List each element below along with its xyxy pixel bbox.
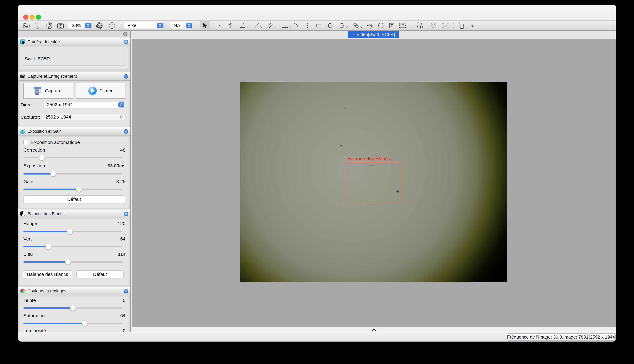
green-slider[interactable] (24, 246, 122, 247)
parallel-lines-icon (266, 22, 276, 29)
slider-thumb[interactable] (46, 244, 51, 249)
burst-capture-button[interactable] (46, 22, 52, 29)
perpendicular-tool-button[interactable] (282, 22, 291, 29)
svg-text:CSV: CSV (443, 24, 448, 27)
collapse-panel-button[interactable] (124, 129, 128, 134)
close-tab-icon[interactable]: × (352, 32, 354, 37)
line-tool-button[interactable] (254, 22, 262, 29)
slider-thumb[interactable] (67, 229, 73, 234)
white-balance-button[interactable]: Balance des Blancs (23, 270, 72, 278)
duplicate-button[interactable] (458, 22, 465, 29)
collapse-panel-button[interactable] (124, 74, 128, 78)
slider-thumb[interactable] (65, 259, 71, 265)
double-chevron-up-icon (124, 40, 128, 44)
button-label: Défaut (93, 272, 107, 277)
live-resolution-select[interactable]: 2592 x 1944 (43, 101, 125, 108)
circle-tool-button[interactable] (327, 22, 334, 29)
button-label: Défaut (67, 197, 81, 202)
layers-button[interactable] (430, 22, 437, 29)
chevron-up-icon (371, 328, 377, 332)
white-balance-default-button[interactable]: Défaut (76, 270, 124, 278)
angle-tool-button[interactable] (239, 22, 248, 29)
info-icon: i (108, 22, 116, 29)
csv-export-button[interactable]: CSV (441, 22, 450, 29)
roi-resize-handle[interactable] (368, 160, 374, 166)
curve-tool-button[interactable] (304, 22, 310, 29)
slider-thumb[interactable] (76, 186, 82, 192)
ellipse-tool-button[interactable] (339, 22, 348, 29)
roi-resize-handle[interactable] (368, 200, 374, 206)
roi-resize-handle[interactable] (344, 199, 350, 205)
slider-thumb[interactable] (70, 305, 76, 311)
point-tool-button[interactable] (218, 22, 221, 29)
auto-exposure-checkbox[interactable] (24, 140, 29, 145)
save-button[interactable] (34, 22, 41, 29)
layers-icon (430, 22, 437, 29)
panel-header-colors[interactable]: Couleurs et réglages (18, 287, 130, 296)
csv-export-icon: CSV (441, 22, 450, 29)
minimize-window-button[interactable] (30, 14, 35, 20)
blue-slider[interactable] (24, 262, 122, 263)
collapse-sidebar-button[interactable] (123, 32, 128, 36)
exposure-default-button[interactable]: Défaut (24, 196, 125, 203)
record-button[interactable]: Filmer (76, 83, 125, 99)
concentric-circles-tool-button[interactable] (367, 22, 374, 29)
button-label: Balance des Blancs (27, 272, 68, 277)
exposure-slider[interactable] (24, 173, 122, 174)
gain-slider[interactable] (24, 188, 122, 190)
dust-speck (344, 108, 346, 109)
bottom-panel-toggle[interactable] (132, 327, 616, 332)
timed-capture-button[interactable] (57, 22, 64, 29)
settings-button[interactable] (96, 22, 103, 29)
info-button[interactable]: i (108, 22, 116, 29)
collapse-panel-button[interactable] (124, 212, 128, 216)
zoom-level-select[interactable]: 33% (68, 22, 92, 29)
snapshot-button[interactable]: Capturer (24, 83, 73, 99)
camera-live-view[interactable]: Balance des Blancs (240, 82, 507, 282)
collapse-panel-button[interactable] (124, 289, 128, 293)
save-icon (34, 22, 41, 29)
zoom-window-button[interactable] (36, 14, 41, 20)
correction-slider[interactable] (24, 157, 122, 158)
na-select[interactable]: NA (170, 22, 193, 29)
unit-select[interactable]: Pixel (124, 22, 164, 29)
slider-fill (24, 308, 73, 309)
export-button[interactable] (469, 22, 476, 29)
double-chevron-up-icon (124, 212, 128, 216)
toolbar-separator (198, 22, 198, 29)
slider-thumb[interactable] (39, 155, 45, 160)
panel-header-exposure[interactable]: Exposition et Gain (18, 127, 130, 136)
slider-value: 64 (120, 312, 126, 319)
panel-header-white-balance[interactable]: Balance des Blancs (18, 210, 130, 218)
white-balance-roi[interactable] (347, 162, 400, 202)
slider-thumb[interactable] (82, 320, 88, 326)
angle-icon (239, 22, 248, 29)
open-file-button[interactable] (23, 22, 30, 29)
red-slider[interactable] (24, 231, 122, 232)
calipers-tool-button[interactable] (416, 22, 424, 29)
toolbar-separator (453, 22, 454, 29)
polygon-tool-button[interactable] (377, 22, 384, 29)
slider-thumb[interactable] (50, 171, 56, 176)
annulus-tool-button[interactable] (353, 22, 362, 29)
arrow-tool-button[interactable] (228, 22, 234, 29)
scale-bar-tool-button[interactable]: 10um (398, 22, 406, 29)
arc-tool-button[interactable] (293, 22, 299, 29)
resolution-text: 2592 x 1944 (590, 334, 615, 340)
panel-header-camera[interactable]: Caméra détectée (18, 38, 130, 46)
slider-label: Gain (24, 178, 33, 185)
snap-resolution-select[interactable]: 2592 x 1944 (42, 114, 125, 120)
slider-value: 0 (123, 297, 126, 304)
saturation-slider[interactable] (24, 323, 122, 324)
panel-header-capture[interactable]: Capture et Enregistrement (18, 72, 130, 81)
text-tool-button[interactable]: T (388, 22, 395, 29)
hue-slider[interactable] (24, 308, 122, 309)
rectangle-tool-button[interactable] (316, 22, 322, 29)
camera-name[interactable]: Swift_EC5R (25, 56, 50, 62)
close-window-button[interactable] (23, 14, 28, 20)
calipers-icon (416, 22, 424, 29)
tab-video[interactable]: × Vidéo[Swift_EC5R] (348, 31, 399, 38)
slider-fill (24, 173, 53, 174)
parallel-lines-tool-button[interactable] (266, 22, 276, 29)
collapse-panel-button[interactable] (124, 40, 128, 44)
